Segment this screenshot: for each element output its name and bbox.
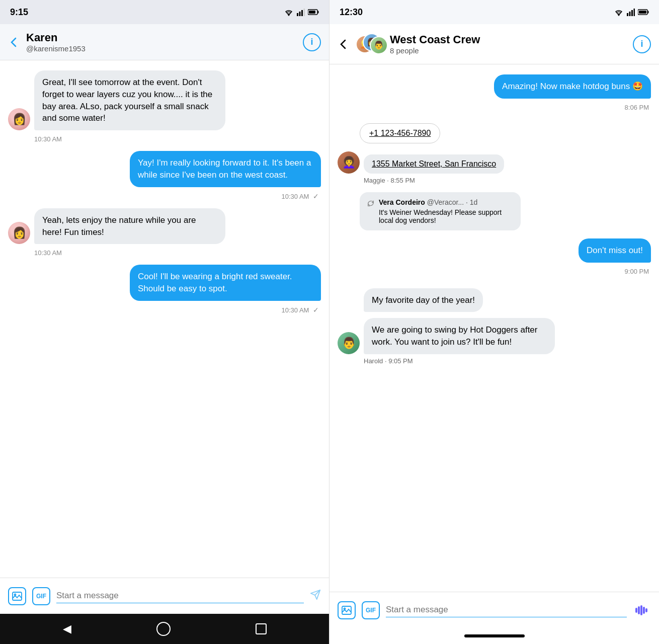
messages-area-right: Amazing! Now make hotdog buns 🤩 8:06 PM … — [330, 64, 659, 592]
svg-rect-16 — [648, 11, 649, 14]
input-bar-right: GIF — [330, 592, 659, 628]
battery-icon — [308, 9, 319, 15]
sender-label: Maggie · 8:55 PM — [338, 177, 651, 184]
group-title-block: West Coast Crew 8 people — [390, 33, 627, 55]
bottom-nav-area — [330, 628, 659, 644]
table-row: Don't miss out! — [338, 238, 651, 263]
svg-rect-11 — [627, 13, 628, 16]
gif-label-right: GIF — [366, 607, 376, 614]
message-time: 9:00 PM — [338, 268, 651, 275]
message-time: 10:30 AM ✓ — [8, 192, 321, 200]
wifi-icon-right — [614, 9, 624, 16]
status-time-right: 12:30 — [340, 7, 363, 18]
retweet-content: Vera Cordeiro @Veracor... · 1d It's Wein… — [379, 198, 514, 224]
svg-rect-14 — [634, 9, 635, 16]
message-bubble: Don't miss out! — [579, 238, 651, 263]
retweet-text: It's Weiner Wednesday! Please support lo… — [379, 208, 514, 224]
table-row: Yay! I'm really looking forward to it. I… — [8, 151, 321, 187]
svg-rect-22 — [640, 605, 642, 615]
read-checkmark: ✓ — [313, 306, 319, 314]
message-time: 10:30 AM ✓ — [8, 306, 321, 314]
signal-icon-right — [627, 9, 635, 16]
svg-rect-23 — [643, 607, 645, 614]
sender-label: Harold · 9:05 PM — [338, 357, 651, 365]
group-name: West Coast Crew — [390, 33, 627, 46]
message-bubble: My favorite day of the year! — [364, 288, 483, 312]
wifi-icon — [284, 9, 294, 16]
table-row: 👩‍🦱 1355 Market Street, San Francisco — [338, 151, 651, 174]
image-icon — [12, 592, 22, 601]
nav-bar-left: ◀ — [0, 614, 329, 644]
signal-icon — [297, 9, 305, 16]
message-bubble: Yay! I'm really looking forward to it. I… — [130, 151, 321, 187]
phone-number-bubble[interactable]: +1 123-456-7890 — [360, 123, 440, 143]
message-input-left[interactable] — [56, 589, 304, 603]
send-icon-left — [310, 589, 321, 600]
status-icons-left — [284, 9, 319, 16]
image-button-left[interactable] — [8, 587, 26, 605]
back-button-right[interactable] — [338, 38, 350, 50]
svg-rect-12 — [629, 12, 631, 16]
message-bubble: Cool! I'll be wearing a bright red sweat… — [130, 265, 321, 301]
group-member-count: 8 people — [390, 46, 627, 55]
svg-rect-24 — [645, 608, 647, 612]
image-button-right[interactable] — [338, 601, 356, 619]
send-button-left[interactable] — [310, 589, 321, 603]
nav-home-button[interactable] — [156, 622, 171, 636]
message-input-right[interactable] — [386, 603, 627, 617]
svg-rect-17 — [639, 11, 646, 14]
avatar: 👨 — [338, 332, 360, 354]
contact-name: Karen — [26, 31, 297, 44]
gif-label: GIF — [36, 593, 46, 600]
voice-icon — [635, 605, 649, 616]
status-icons-right — [614, 9, 649, 16]
right-chat-panel: 12:30 👱 — [330, 0, 659, 644]
svg-point-10 — [618, 14, 620, 16]
message-bubble: Amazing! Now make hotdog buns 🤩 — [494, 74, 651, 99]
group-avatars: 👱 👩 👨 — [356, 33, 384, 55]
messages-area-left: 👩 Great, I'll see tomorrow at the event.… — [0, 60, 329, 578]
avatar: 👩‍🦱 — [338, 151, 360, 174]
voice-button-right[interactable] — [633, 601, 651, 619]
nav-recents-button[interactable] — [256, 623, 267, 634]
svg-rect-20 — [635, 608, 637, 613]
table-row: Cool! I'll be wearing a bright red sweat… — [8, 265, 321, 301]
address-bubble[interactable]: 1355 Market Street, San Francisco — [364, 154, 504, 174]
back-button-left[interactable] — [8, 36, 20, 48]
message-time: 10:30 AM — [8, 249, 321, 257]
image-icon-right — [342, 606, 352, 615]
table-row: Vera Cordeiro @Veracor... · 1d It's Wein… — [338, 192, 651, 230]
info-button-left[interactable]: i — [303, 33, 321, 51]
message-bubble: Yeah, lets enjoy the nature while you ar… — [34, 208, 225, 245]
message-time: 10:30 AM — [8, 135, 321, 143]
svg-point-0 — [288, 14, 290, 16]
group-avatar-3: 👨 — [370, 36, 388, 54]
table-row: 👩 Great, I'll see tomorrow at the event.… — [8, 70, 321, 130]
avatar-spacer — [338, 123, 360, 143]
input-bar-left: GIF — [0, 578, 329, 614]
svg-rect-2 — [299, 12, 301, 16]
chat-header-right: 👱 👩 👨 West Coast Crew 8 people i — [330, 24, 659, 64]
table-row: 👩 Yeah, lets enjoy the nature while you … — [8, 208, 321, 245]
nav-back-button[interactable]: ◀ — [63, 622, 71, 635]
info-button-right[interactable]: i — [633, 35, 651, 53]
table-row: My favorite day of the year! — [338, 288, 651, 312]
svg-rect-4 — [304, 9, 305, 16]
svg-rect-7 — [309, 11, 315, 14]
gif-button-left[interactable]: GIF — [32, 587, 50, 605]
status-time-left: 9:15 — [10, 7, 28, 18]
left-chat-panel: 9:15 — [0, 0, 330, 644]
header-title-block-left: Karen @karenisme1953 — [26, 31, 297, 53]
svg-rect-13 — [631, 10, 633, 16]
svg-rect-21 — [638, 606, 640, 614]
contact-handle: @karenisme1953 — [26, 44, 297, 53]
read-checkmark: ✓ — [313, 192, 319, 200]
message-bubble: We are going to swing by Hot Doggers aft… — [364, 318, 555, 354]
table-row: 👨 We are going to swing by Hot Doggers a… — [338, 318, 651, 354]
gif-button-right[interactable]: GIF — [362, 601, 380, 619]
avatar: 👩 — [8, 108, 30, 130]
retweet-handle: @Veracor... · 1d — [427, 198, 478, 206]
retweet-icon — [367, 199, 375, 210]
chat-header-left: Karen @karenisme1953 i — [0, 24, 329, 60]
home-indicator — [464, 634, 525, 637]
